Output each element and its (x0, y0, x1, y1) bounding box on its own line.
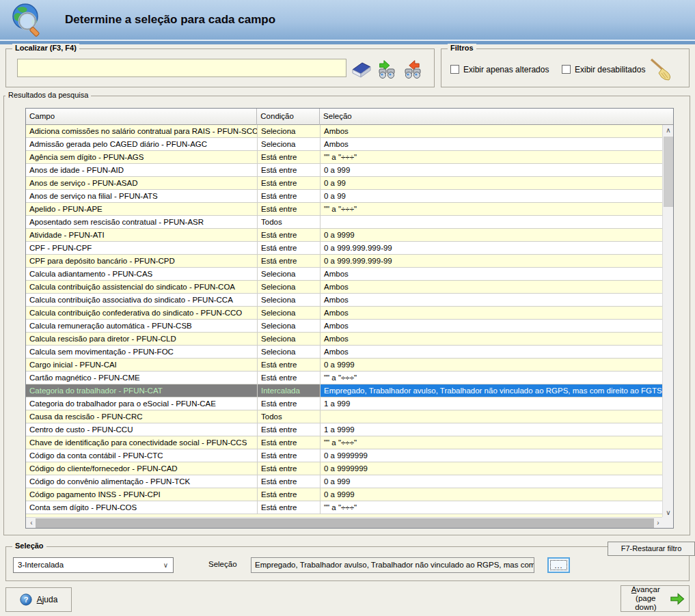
table-row[interactable]: Agência sem dígito - PFUN-AGSEstá entre"… (26, 151, 664, 164)
cell-selecao: 0 a 9999 (321, 359, 664, 372)
cell-selecao: "" a "÷÷÷" (321, 436, 664, 449)
horizontal-scrollbar-thumb[interactable] (36, 518, 654, 528)
green-arrow-right-icon (670, 592, 685, 606)
table-row[interactable]: CPF para depósito bancário - PFUN-CPDEst… (26, 255, 664, 268)
selecao-field-label: Seleção (208, 560, 237, 568)
cell-condicao: Está entre (258, 255, 321, 268)
cell-campo: CPF - PFUN-CPF (26, 242, 258, 255)
checkbox-exibir-apenas-alterados[interactable] (450, 65, 459, 74)
cell-condicao: Seleciona (258, 281, 321, 294)
cell-condicao: Está entre (258, 423, 321, 436)
find-previous-icon[interactable] (403, 60, 424, 79)
table-row[interactable]: Apelido - PFUN-APEEstá entre"" a "÷÷÷" (26, 203, 664, 216)
results-grid: Campo Condição Seleção Adiciona comissõe… (25, 108, 674, 529)
cell-campo: Categoria do trabalhador para o eSocial … (26, 397, 258, 410)
browse-button-label: ... (550, 560, 567, 570)
cell-selecao: Ambos (321, 125, 664, 138)
cell-selecao: Empregado, Trabalhador avulso, Trabalhad… (321, 384, 664, 397)
table-row[interactable]: Calcula rescisão para diretor - PFUN-CLD… (26, 333, 664, 346)
cell-condicao: Seleciona (258, 268, 321, 281)
cell-selecao: 0 a 999 (321, 164, 664, 177)
cell-campo: Conta sem dígito - PFUN-COS (26, 501, 258, 514)
cell-selecao: Ambos (321, 268, 664, 281)
advance-button[interactable]: Avançar (page down) (621, 585, 690, 612)
cell-condicao: Todos (258, 216, 321, 229)
cell-selecao: 0 a 9999 (321, 229, 664, 242)
table-row[interactable]: Atividade - PFUN-ATIEstá entre0 a 9999 (26, 229, 664, 242)
vertical-scrollbar-thumb[interactable] (664, 137, 673, 207)
cell-campo: Calcula contribuição confederativa do si… (26, 307, 258, 320)
table-row[interactable]: Calcula contribuição associativa do sind… (26, 294, 664, 307)
table-row[interactable]: Anos de idade - PFUN-AIDEstá entre0 a 99… (26, 164, 664, 177)
header-banner: Determine a seleção para cada campo (0, 0, 695, 40)
dialog-window: Determine a seleção para cada campo Loca… (0, 0, 695, 616)
results-group: Resultados da pesquisa Campo Condição Se… (3, 96, 690, 535)
condition-dropdown[interactable]: 3-Intercalada ∨ (13, 557, 174, 573)
table-row[interactable]: Causa da rescisão - PFUN-CRCTodos (26, 410, 664, 423)
cell-selecao: Ambos (321, 307, 664, 320)
table-row[interactable]: Calcula sem movimentação - PFUN-FOCSelec… (26, 346, 664, 359)
cell-selecao: Ambos (321, 294, 664, 307)
cell-campo: Cargo inicial - PFUN-CAI (26, 359, 258, 372)
results-table-body: Adiciona comissões no salário contratual… (26, 125, 664, 518)
help-button[interactable]: ? Ajuda (5, 587, 72, 612)
table-row[interactable]: Adiciona comissões no salário contratual… (26, 125, 664, 138)
checkbox-exibir-desabilitados[interactable] (562, 65, 571, 74)
table-row[interactable]: Aposentado sem rescisão contratual - PFU… (26, 216, 664, 229)
cell-campo: Código da conta contábil - PFUN-CTC (26, 449, 258, 462)
search-input[interactable] (17, 59, 346, 77)
table-row[interactable]: Categoria do trabalhador para o eSocial … (26, 397, 664, 410)
checkbox-label-desabilitados[interactable]: Exibir desabilitados (575, 65, 645, 74)
table-row[interactable]: Calcula remuneração automática - PFUN-CS… (26, 320, 664, 333)
table-row[interactable]: CPF - PFUN-CPFEstá entre0 a 999.999.999-… (26, 242, 664, 255)
table-row[interactable]: Cargo inicial - PFUN-CAIEstá entre0 a 99… (26, 359, 664, 372)
eraser-icon[interactable] (351, 60, 372, 79)
table-row-selected[interactable]: Categoria do trabalhador - PFUN-CATInter… (26, 384, 664, 397)
table-row[interactable]: Anos de serviço na filial - PFUN-ATSEstá… (26, 190, 664, 203)
cell-campo: Código do convênio alimentação - PFUN-TC… (26, 475, 258, 488)
table-row[interactable]: Código da conta contábil - PFUN-CTCEstá … (26, 449, 664, 462)
column-header-campo[interactable]: Campo (26, 109, 257, 125)
scroll-up-icon[interactable]: ∧ (663, 125, 674, 136)
banner-separator-dark (0, 41, 695, 44)
cell-selecao (321, 216, 664, 229)
table-row[interactable]: Conta sem dígito - PFUN-COSEstá entre"" … (26, 501, 664, 514)
cell-condicao: Está entre (258, 372, 321, 384)
column-header-condicao[interactable]: Condição (257, 109, 320, 125)
results-grid-header: Campo Condição Seleção (26, 109, 673, 125)
table-row[interactable]: Centro de custo - PFUN-CCUEstá entre1 a … (26, 423, 664, 436)
cell-condicao: Está entre (258, 501, 321, 514)
cell-campo: Centro de custo - PFUN-CCU (26, 423, 258, 436)
cell-campo: Calcula contribuição assistencial do sin… (26, 281, 258, 294)
table-row[interactable]: Calcula contribuição assistencial do sin… (26, 281, 664, 294)
cell-condicao: Seleciona (258, 294, 321, 307)
cell-campo: Adiciona comissões no salário contratual… (26, 125, 258, 138)
table-row[interactable]: Calcula contribuição confederativa do si… (26, 307, 664, 320)
table-row[interactable]: Código do cliente/fornecedor - PFUN-CADE… (26, 462, 664, 475)
cell-campo: Calcula adiantamento - PFUN-CAS (26, 268, 258, 281)
table-row[interactable]: Cartão magnético - PFUN-CMEEstá entre"" … (26, 372, 664, 384)
table-row[interactable]: Anos de serviço - PFUN-ASADEstá entre0 a… (26, 177, 664, 190)
browse-button[interactable]: ... (547, 557, 570, 573)
table-row[interactable]: Calcula adiantamento - PFUN-CASSeleciona… (26, 268, 664, 281)
cell-condicao: Todos (258, 410, 321, 423)
chevron-down-icon: ∨ (163, 558, 168, 572)
broom-icon[interactable] (649, 57, 674, 82)
column-header-selecao[interactable]: Seleção (320, 109, 673, 125)
restore-filter-button[interactable]: F7-Restaurar filtro (608, 542, 695, 556)
cell-selecao: "" a "÷÷÷" (321, 372, 664, 384)
vertical-scrollbar[interactable]: ∧ ∨ (662, 125, 673, 518)
table-row[interactable]: Chave de identificação para conectividad… (26, 436, 664, 449)
cell-campo: Atividade - PFUN-ATI (26, 229, 258, 242)
table-row[interactable]: Código do convênio alimentação - PFUN-TC… (26, 475, 664, 488)
table-row[interactable]: Admissão gerada pelo CAGED diário - PFUN… (26, 138, 664, 151)
cell-selecao: 0 a 999 (321, 475, 664, 488)
cell-condicao: Está entre (258, 359, 321, 372)
cell-campo: Agência sem dígito - PFUN-AGS (26, 151, 258, 164)
checkbox-label-alterados[interactable]: Exibir apenas alterados (463, 65, 549, 74)
horizontal-scrollbar[interactable]: ‹ › (26, 517, 664, 528)
table-row[interactable]: Código pagamento INSS - PFUN-CPIEstá ent… (26, 488, 664, 501)
cell-campo: Calcula remuneração automática - PFUN-CS… (26, 320, 258, 333)
selecao-group-label: Seleção (12, 542, 46, 550)
find-next-icon[interactable] (377, 60, 398, 79)
